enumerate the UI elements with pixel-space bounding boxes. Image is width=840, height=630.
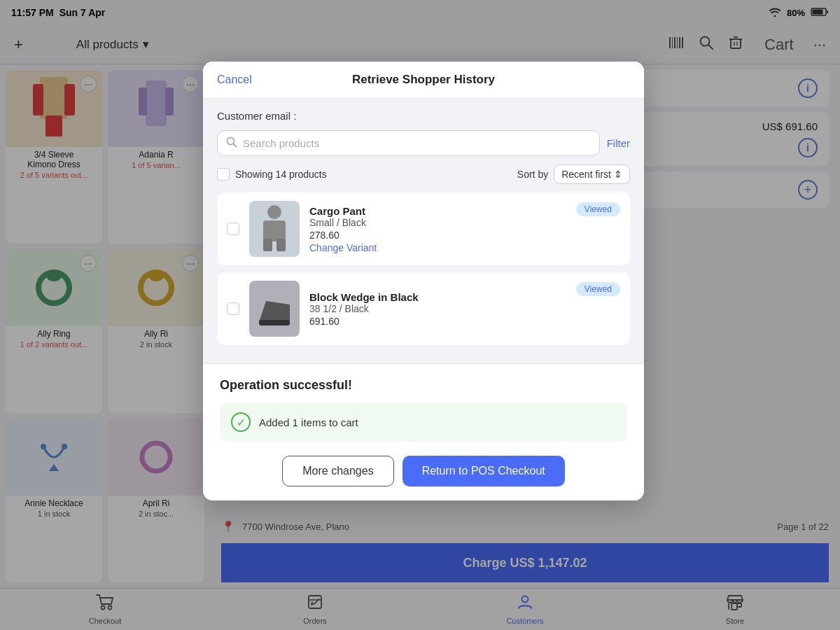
- list-item-cargo-pant: Cargo Pant Small / Black 278.60 Change V…: [217, 192, 630, 265]
- search-placeholder: Search products: [243, 137, 591, 149]
- list-item-checkbox-cargo[interactable]: [227, 223, 239, 235]
- success-title: Operation successful!: [220, 378, 627, 393]
- list-item-variant-cargo: Small / Black: [309, 217, 620, 228]
- list-item-price-wedge: 691.60: [309, 316, 620, 327]
- list-item-name-wedge: Block Wedge in Black: [309, 291, 620, 303]
- email-label: Customer email :: [217, 110, 630, 122]
- search-box[interactable]: Search products: [217, 130, 600, 156]
- modal-title: Retrieve Shopper History: [352, 73, 495, 87]
- select-all-checkbox[interactable]: [217, 168, 230, 181]
- list-item-info-wedge: Block Wedge in Black 38 1/2 / Black 691.…: [309, 291, 620, 327]
- success-checkmark-icon: ✓: [231, 412, 251, 432]
- list-item-info-cargo: Cargo Pant Small / Black 278.60 Change V…: [309, 205, 620, 253]
- more-changes-button[interactable]: More changes: [282, 456, 393, 486]
- svg-rect-37: [259, 320, 290, 326]
- modal-header: Cancel Retrieve Shopper History: [203, 62, 644, 99]
- change-variant-button-cargo[interactable]: Change Variant: [309, 242, 620, 253]
- return-to-pos-button[interactable]: Return to POS Checkout: [402, 456, 565, 486]
- list-item-variant-wedge: 38 1/2 / Black: [309, 303, 620, 314]
- success-panel: Operation successful! ✓ Added 1 items to…: [203, 363, 644, 500]
- filter-button[interactable]: Filter: [607, 137, 630, 149]
- showing-count: Showing 14 products: [235, 169, 512, 180]
- sort-by-label: Sort by: [517, 169, 548, 180]
- list-item-checkbox-wedge[interactable]: [227, 302, 239, 315]
- list-item-name-cargo: Cargo Pant: [309, 205, 620, 217]
- list-item-price-cargo: 278.60: [309, 230, 620, 241]
- filter-row: Showing 14 products Sort by Recent first…: [217, 164, 630, 184]
- list-item-image-wedge: [249, 281, 300, 337]
- svg-line-32: [234, 144, 237, 147]
- success-message-text: Added 1 items to cart: [259, 416, 358, 428]
- svg-rect-34: [263, 220, 286, 241]
- svg-point-33: [267, 205, 281, 219]
- sort-arrows-icon: ⇕: [614, 169, 622, 180]
- modal-retrieve-shopper-history: Cancel Retrieve Shopper History Customer…: [203, 62, 644, 500]
- search-icon-modal: [226, 136, 237, 150]
- viewed-badge-wedge: Viewed: [576, 282, 620, 296]
- action-buttons: More changes Return to POS Checkout: [220, 456, 627, 486]
- search-row: Search products Filter: [217, 130, 630, 156]
- viewed-badge-cargo: Viewed: [576, 202, 620, 216]
- svg-rect-36: [276, 239, 286, 251]
- modal-cancel-button[interactable]: Cancel: [217, 74, 252, 86]
- sort-option-label: Recent first: [561, 169, 611, 180]
- list-item-block-wedge: Block Wedge in Black 38 1/2 / Black 691.…: [217, 272, 630, 345]
- modal-body: Customer email : Search products Filter …: [203, 99, 644, 363]
- list-item-image-cargo: [249, 201, 300, 257]
- sort-select[interactable]: Recent first ⇕: [554, 164, 630, 184]
- success-message-row: ✓ Added 1 items to cart: [220, 402, 627, 442]
- svg-rect-35: [263, 239, 272, 251]
